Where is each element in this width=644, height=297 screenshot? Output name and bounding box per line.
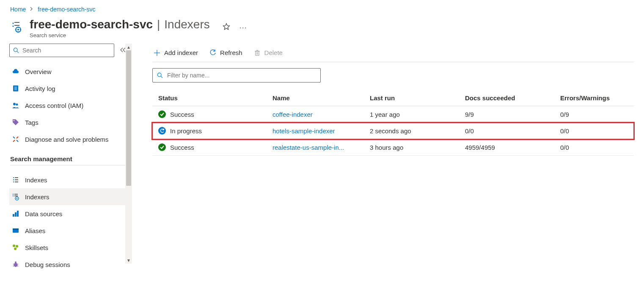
sidebar-scrollbar[interactable]: ▲ ▼ (125, 44, 132, 264)
table-row[interactable]: In progresshotels-sample-indexer2 second… (152, 123, 634, 139)
scrollbar-up-icon[interactable]: ▲ (125, 44, 132, 50)
table-row[interactable]: Successrealestate-us-sample-in...3 hours… (152, 139, 634, 156)
sidebar-item-debug-sessions[interactable]: Debug sessions (9, 256, 132, 273)
refresh-icon (209, 49, 217, 57)
table-row[interactable]: Successcoffee-indexer1 year ago9/90/9 (152, 106, 634, 123)
add-indexer-button[interactable]: Add indexer (152, 47, 199, 58)
refresh-button[interactable]: Refresh (208, 47, 243, 58)
plus-icon (153, 49, 161, 57)
sidebar-item-indexes[interactable]: Indexes (9, 171, 132, 188)
check-circle-icon (158, 143, 166, 151)
svg-line-41 (13, 266, 14, 266)
sidebar-item-data-sources[interactable]: Data sources (9, 205, 132, 222)
bug-icon (11, 260, 20, 269)
log-icon (11, 84, 20, 93)
col-name[interactable]: Name (272, 94, 370, 102)
sidebar-item-label: Activity log (25, 85, 55, 92)
col-last-run[interactable]: Last run (370, 94, 465, 102)
filter-input[interactable] (167, 72, 316, 79)
breadcrumb-resource[interactable]: free-demo-search-svc (38, 6, 95, 13)
cloud-icon (11, 67, 20, 76)
filter-by-name[interactable] (152, 68, 321, 82)
breadcrumb-home[interactable]: Home (10, 6, 26, 13)
search-icon (13, 47, 19, 53)
svg-point-15 (16, 104, 18, 106)
docs-succeeded-cell: 9/9 (465, 111, 560, 118)
svg-line-40 (17, 264, 18, 264)
svg-point-50 (157, 73, 161, 77)
sidebar: OverviewActivity logAccess control (IAM)… (0, 44, 132, 273)
sidebar-search[interactable] (9, 44, 114, 57)
svg-rect-31 (17, 211, 19, 217)
sidebar-item-aliases[interactable]: Aliases (9, 222, 132, 239)
svg-point-14 (13, 103, 16, 105)
sidebar-item-tags[interactable]: Tags (9, 114, 132, 131)
svg-point-38 (15, 261, 17, 263)
svg-point-34 (13, 245, 15, 247)
skillset-icon (11, 243, 20, 252)
errors-warnings-cell: 0/0 (560, 127, 628, 135)
svg-point-8 (14, 48, 17, 52)
sidebar-item-label: Tags (25, 119, 39, 126)
indexer-link[interactable]: hotels-sample-indexer (272, 127, 335, 135)
indexer-link[interactable]: realestate-us-sample-in... (272, 144, 344, 151)
indexer-link[interactable]: coffee-indexer (272, 111, 313, 118)
sidebar-search-input[interactable] (22, 47, 110, 54)
sidebar-section-search-management: Search management (10, 155, 129, 165)
sidebar-item-overview[interactable]: Overview (9, 63, 132, 80)
sidebar-item-label: Indexes (25, 176, 47, 184)
scrollbar-down-icon[interactable]: ▼ (125, 257, 132, 264)
favorite-button[interactable] (221, 21, 232, 34)
command-bar: Add indexer Refresh Delete (152, 44, 634, 62)
blade-name: Indexers (164, 18, 209, 31)
resource-subtitle: Search service (30, 32, 210, 38)
status-cell: Success (158, 110, 272, 118)
chevron-right-icon (30, 7, 33, 12)
sidebar-item-indexers[interactable]: Indexers (9, 188, 132, 205)
col-docs-succeeded[interactable]: Docs succeeded (465, 94, 560, 102)
svg-line-39 (13, 264, 14, 264)
name-cell: coffee-indexer (272, 111, 370, 118)
star-icon (223, 23, 230, 30)
svg-line-42 (17, 266, 18, 266)
people-icon (11, 101, 20, 110)
sidebar-item-label: Diagnose and solve problems (25, 136, 109, 143)
svg-rect-45 (256, 51, 259, 55)
sidebar-item-label: Data sources (25, 210, 62, 217)
search-icon (157, 72, 163, 78)
sync-icon (158, 127, 166, 135)
sidebar-scrollbar-thumb[interactable] (126, 50, 131, 186)
col-errors-warnings[interactable]: Errors/Warnings (560, 94, 628, 102)
sidebar-item-access-control-iam-[interactable]: Access control (IAM) (9, 97, 132, 114)
sidebar-item-skillsets[interactable]: Skillsets (9, 239, 132, 256)
more-actions-button[interactable]: ··· (238, 22, 249, 34)
status-text: Success (170, 111, 194, 118)
sidebar-item-label: Overview (25, 68, 52, 75)
sidebar-item-diagnose-and-solve-problems[interactable]: Diagnose and solve problems (9, 131, 132, 148)
status-text: Success (170, 144, 194, 151)
alias-icon (11, 226, 20, 235)
svg-line-9 (17, 51, 19, 53)
status-cell: In progress (158, 127, 272, 135)
sidebar-item-label: Aliases (25, 227, 45, 234)
svg-point-35 (16, 245, 18, 248)
sidebar-item-activity-log[interactable]: Activity log (9, 80, 132, 97)
wrench-icon (11, 135, 20, 143)
svg-point-37 (14, 263, 17, 267)
trash-icon (253, 49, 261, 57)
indexers-table: Status Name Last run Docs succeeded Erro… (152, 90, 634, 156)
col-status[interactable]: Status (158, 94, 272, 102)
status-cell: Success (158, 143, 272, 151)
breadcrumb: Home free-demo-search-svc (0, 0, 644, 16)
sidebar-item-label: Access control (IAM) (25, 102, 83, 109)
sidebar-item-label: Debug sessions (25, 261, 70, 268)
page-title: free-demo-search-svc | Indexers (30, 18, 210, 31)
sidebar-item-label: Indexers (25, 193, 50, 201)
resource-name: free-demo-search-svc (30, 18, 153, 31)
name-cell: realestate-us-sample-in... (272, 144, 370, 151)
name-cell: hotels-sample-indexer (272, 127, 370, 135)
list-icon (11, 176, 20, 184)
svg-rect-30 (15, 212, 17, 217)
docs-succeeded-cell: 0/0 (465, 127, 560, 135)
tag-icon (11, 118, 20, 126)
